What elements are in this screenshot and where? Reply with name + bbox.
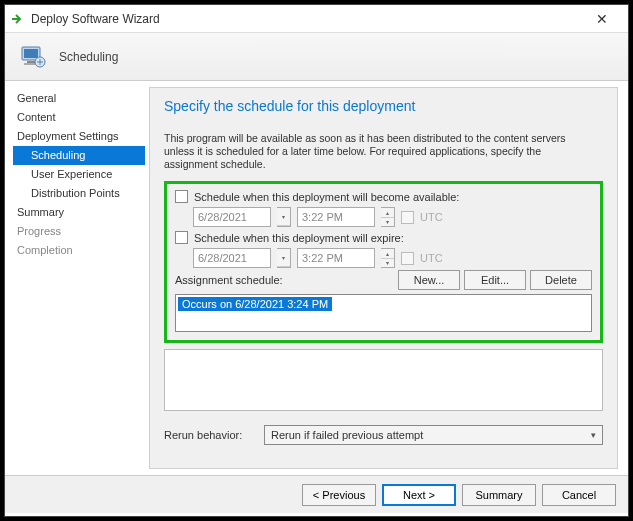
available-date-input[interactable]: 6/28/2021 bbox=[193, 207, 271, 227]
app-arrow-icon bbox=[11, 12, 25, 26]
expire-date-picker-icon[interactable]: ▾ bbox=[277, 248, 291, 268]
nav-distribution-points[interactable]: Distribution Points bbox=[13, 184, 145, 203]
available-time-spinner[interactable]: ▴▾ bbox=[381, 207, 395, 227]
computer-icon bbox=[17, 41, 49, 73]
wizard-header: Scheduling bbox=[5, 33, 628, 81]
wizard-window: Deploy Software Wizard ✕ Scheduling Gene… bbox=[4, 4, 629, 517]
nav-summary[interactable]: Summary bbox=[13, 203, 145, 222]
page-title: Specify the schedule for this deployment bbox=[164, 98, 603, 114]
nav-user-experience[interactable]: User Experience bbox=[13, 165, 145, 184]
nav-completion: Completion bbox=[13, 241, 145, 260]
highlight-section: Schedule when this deployment will becom… bbox=[164, 181, 603, 343]
rerun-value: Rerun if failed previous attempt bbox=[271, 429, 423, 441]
secondary-listbox[interactable] bbox=[164, 349, 603, 411]
available-date-picker-icon[interactable]: ▾ bbox=[277, 207, 291, 227]
available-utc-checkbox bbox=[401, 211, 414, 224]
expire-utc-checkbox bbox=[401, 252, 414, 265]
available-time-input[interactable]: 3:22 PM bbox=[297, 207, 375, 227]
nav-scheduling[interactable]: Scheduling bbox=[13, 146, 145, 165]
available-checkbox[interactable] bbox=[175, 190, 188, 203]
available-label: Schedule when this deployment will becom… bbox=[194, 191, 459, 203]
expire-time-spinner[interactable]: ▴▾ bbox=[381, 248, 395, 268]
chevron-down-icon: ▾ bbox=[591, 430, 596, 440]
rerun-label: Rerun behavior: bbox=[164, 429, 254, 441]
previous-button[interactable]: < Previous bbox=[302, 484, 376, 506]
expire-utc-label: UTC bbox=[420, 252, 443, 264]
content-panel: Specify the schedule for this deployment… bbox=[149, 87, 618, 469]
header-label: Scheduling bbox=[59, 50, 118, 64]
schedule-item[interactable]: Occurs on 6/28/2021 3:24 PM bbox=[178, 297, 332, 311]
close-button[interactable]: ✕ bbox=[582, 7, 622, 31]
svg-rect-2 bbox=[27, 61, 35, 63]
cancel-button[interactable]: Cancel bbox=[542, 484, 616, 506]
delete-button[interactable]: Delete bbox=[530, 270, 592, 290]
title-bar: Deploy Software Wizard ✕ bbox=[5, 5, 628, 33]
new-button[interactable]: New... bbox=[398, 270, 460, 290]
svg-rect-1 bbox=[24, 49, 38, 58]
nav-content[interactable]: Content bbox=[13, 108, 145, 127]
wizard-footer: < Previous Next > Summary Cancel bbox=[5, 475, 628, 513]
summary-button[interactable]: Summary bbox=[462, 484, 536, 506]
available-utc-label: UTC bbox=[420, 211, 443, 223]
nav-general[interactable]: General bbox=[13, 89, 145, 108]
next-button[interactable]: Next > bbox=[382, 484, 456, 506]
expire-date-input[interactable]: 6/28/2021 bbox=[193, 248, 271, 268]
expire-label: Schedule when this deployment will expir… bbox=[194, 232, 404, 244]
rerun-dropdown[interactable]: Rerun if failed previous attempt ▾ bbox=[264, 425, 603, 445]
expire-time-input[interactable]: 3:22 PM bbox=[297, 248, 375, 268]
nav-deployment-settings[interactable]: Deployment Settings bbox=[13, 127, 145, 146]
expire-checkbox[interactable] bbox=[175, 231, 188, 244]
assignment-listbox[interactable]: Occurs on 6/28/2021 3:24 PM bbox=[175, 294, 592, 332]
intro-text: This program will be available as soon a… bbox=[164, 132, 603, 171]
window-title: Deploy Software Wizard bbox=[31, 12, 582, 26]
nav-progress: Progress bbox=[13, 222, 145, 241]
nav-sidebar: General Content Deployment Settings Sche… bbox=[5, 81, 145, 475]
edit-button[interactable]: Edit... bbox=[464, 270, 526, 290]
